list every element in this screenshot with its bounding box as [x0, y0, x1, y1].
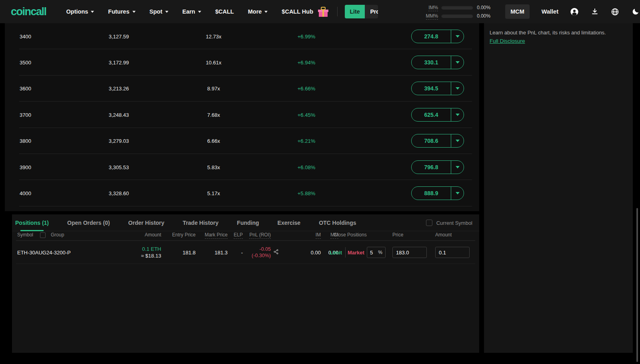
mcm-button[interactable]: MCM	[505, 4, 530, 19]
bid-value: 625.4	[412, 112, 451, 118]
theme-moon-icon[interactable]	[631, 7, 640, 16]
globe-icon[interactable]	[611, 7, 620, 16]
options-rows: 3400 3,127.59 12.73x +6.99% 274.8 3500 3…	[5, 23, 479, 206]
tab-open-orders[interactable]: Open Orders (0)	[67, 214, 110, 231]
chevron-down-icon[interactable]	[451, 140, 464, 142]
menu-scall[interactable]: $CALL	[215, 8, 234, 15]
strike-price: 3400	[20, 33, 31, 39]
group-checkbox[interactable]	[40, 232, 46, 238]
leverage-value: 5.17x	[190, 190, 238, 196]
menu-earn[interactable]: Earn	[182, 8, 201, 15]
menu-more[interactable]: More	[248, 8, 268, 15]
col-mark-price: Mark Price	[205, 232, 228, 239]
tab-exercise[interactable]: Exercise	[278, 214, 301, 231]
bid-button[interactable]: 330.1	[411, 56, 464, 69]
menu-futures[interactable]: Futures	[108, 8, 135, 15]
option-row[interactable]: 3900 3,305.53 5.83x +6.08% 796.8	[5, 154, 479, 180]
pnl-disclaimer-text: Learn about the PnL chart, its risks and…	[490, 29, 627, 36]
download-icon[interactable]	[590, 7, 599, 16]
bid-button[interactable]: 274.8	[411, 30, 464, 43]
underlying-price: 3,172.99	[95, 60, 143, 66]
menu-more-label: More	[248, 8, 262, 15]
chevron-down-icon	[165, 11, 168, 13]
trigger-percent-input[interactable]: 5 %	[367, 247, 386, 258]
col-symbol: Symbol	[17, 232, 33, 238]
tab-order-history[interactable]: Order History	[128, 214, 164, 231]
full-disclosure-link[interactable]: Full Disclosure	[490, 38, 525, 44]
chevron-down-icon[interactable]	[451, 114, 464, 116]
bid-value: 330.1	[412, 59, 451, 66]
position-amount: 0.1 ETH ≈ $18.13	[141, 246, 161, 259]
menu-scall-label: $CALL	[215, 8, 234, 15]
underlying-price: 3,248.43	[95, 112, 143, 118]
mm-label: MM%	[426, 13, 438, 20]
main-menu: Options Futures Spot Earn $CALL More $CA…	[66, 8, 314, 15]
options-table-panel: 3400 3,127.59 12.73x +6.99% 274.8 3500 3…	[5, 23, 479, 211]
col-pnl-roi: PnL (ROI)	[249, 232, 271, 239]
bid-value: 274.8	[412, 33, 451, 40]
position-row: ETH-30AUG24-3200-P 0.1 ETH ≈ $18.13 181.…	[12, 241, 479, 264]
pnl-disclosure-sidebar: Learn about the PnL chart, its risks and…	[484, 23, 633, 353]
current-symbol-toggle[interactable]: Current Symbol	[426, 214, 472, 231]
chevron-down-icon	[132, 11, 136, 13]
underlying-price: 3,279.03	[95, 138, 143, 144]
chevron-down-icon[interactable]	[451, 166, 464, 168]
current-symbol-checkbox[interactable]	[426, 220, 432, 226]
leverage-value: 8.97x	[190, 86, 238, 92]
trigger-percent-value: 5	[370, 250, 378, 256]
position-amount-base: 0.1 ETH	[142, 246, 161, 252]
chevron-down-icon[interactable]	[451, 192, 464, 194]
bid-button[interactable]: 625.4	[411, 108, 464, 122]
percent-sign: %	[378, 250, 382, 255]
close-limit-button[interactable]: Limit	[330, 250, 342, 256]
current-symbol-label: Current Symbol	[436, 220, 472, 226]
lite-mode-button[interactable]: Lite	[345, 5, 365, 18]
tab-funding[interactable]: Funding	[237, 214, 259, 231]
option-row[interactable]: 4000 3,328.60 5.17x +5.88% 888.9	[5, 180, 479, 206]
gift-icon[interactable]	[318, 7, 327, 17]
wallet-button[interactable]: Wallet	[542, 8, 558, 15]
option-row[interactable]: 3700 3,248.43 7.68x +6.45% 625.4	[5, 102, 479, 128]
strike-price: 3600	[20, 86, 31, 92]
top-navbar: coincall Options Futures Spot Earn $CALL…	[0, 0, 640, 23]
position-symbol: ETH-30AUG24-3200-P	[17, 250, 71, 256]
chevron-down-icon[interactable]	[451, 87, 464, 90]
bid-button[interactable]: 394.5	[411, 82, 464, 95]
option-row[interactable]: 3400 3,127.59 12.73x +6.99% 274.8	[5, 23, 479, 49]
lite-pro-toggle: Lite Pro	[345, 5, 378, 18]
bid-button[interactable]: 888.9	[411, 186, 464, 200]
position-entry-price: 181.8	[182, 250, 196, 256]
chevron-down-icon[interactable]	[451, 35, 464, 38]
tab-trade-history[interactable]: Trade History	[183, 214, 218, 231]
chevron-down-icon[interactable]	[451, 61, 464, 64]
bid-button[interactable]: 796.8	[411, 160, 464, 174]
leverage-value: 7.68x	[190, 112, 238, 118]
profile-icon[interactable]	[570, 7, 579, 16]
strike-price: 3500	[20, 60, 31, 66]
menu-options-label: Options	[66, 8, 88, 15]
menu-scall-hub[interactable]: $CALL Hub	[282, 8, 313, 15]
menu-spot[interactable]: Spot	[150, 8, 168, 15]
close-divider	[345, 247, 346, 258]
tab-otc-holdings[interactable]: OTC Holdings	[319, 214, 356, 231]
option-row[interactable]: 3500 3,172.99 10.61x +6.94% 330.1	[5, 49, 479, 75]
coincall-logo[interactable]: coincall	[11, 6, 46, 18]
option-row[interactable]: 3800 3,279.03 6.66x +6.21% 708.6	[5, 128, 479, 154]
bid-button[interactable]: 708.6	[411, 134, 464, 148]
positions-panel: Positions (1) Open Orders (0) Order Hist…	[12, 214, 479, 353]
close-price-input[interactable]	[392, 247, 427, 258]
close-market-button[interactable]: Market	[348, 250, 364, 256]
page-scrollbar[interactable]	[636, 208, 638, 362]
menu-spot-label: Spot	[150, 8, 162, 15]
close-amount-input[interactable]	[435, 247, 470, 258]
option-row[interactable]: 3600 3,213.26 8.97x +6.66% 394.5	[5, 76, 479, 102]
tab-positions[interactable]: Positions (1)	[15, 214, 49, 231]
col-entry-price: Entry Price	[172, 232, 196, 238]
menu-options[interactable]: Options	[66, 8, 94, 15]
col-im: IM	[316, 232, 321, 239]
im-rate-row: IM% 0.00%	[421, 5, 494, 10]
pro-mode-button[interactable]: Pro	[365, 5, 378, 18]
share-pnl-icon[interactable]	[273, 249, 279, 256]
change-percent: +6.08%	[282, 164, 330, 170]
underlying-price: 3,213.26	[95, 86, 143, 92]
